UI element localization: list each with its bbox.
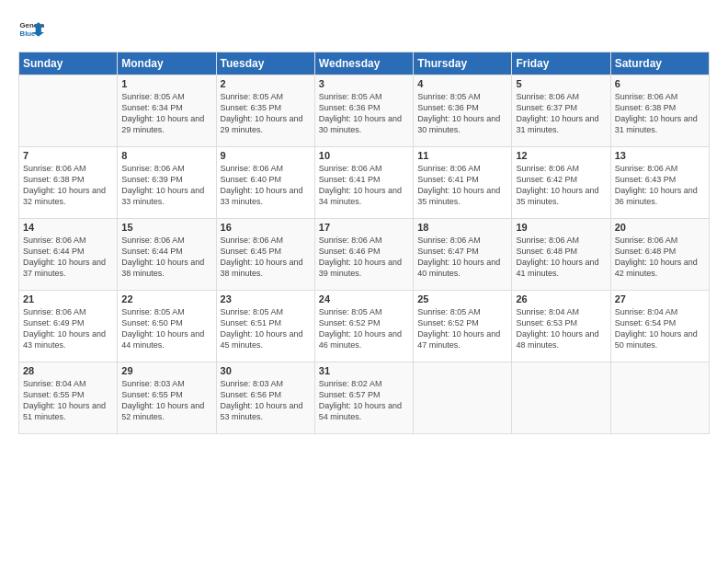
day-cell: 12Sunrise: 8:06 AMSunset: 6:42 PMDayligh… <box>512 147 610 219</box>
day-cell <box>610 362 709 434</box>
day-number: 15 <box>121 222 211 233</box>
day-cell: 15Sunrise: 8:06 AMSunset: 6:44 PMDayligh… <box>118 219 216 291</box>
header-row: SundayMondayTuesdayWednesdayThursdayFrid… <box>19 52 710 75</box>
day-detail: Sunrise: 8:06 AMSunset: 6:44 PMDaylight:… <box>23 236 106 278</box>
day-detail: Sunrise: 8:06 AMSunset: 6:41 PMDaylight:… <box>417 164 500 206</box>
day-detail: Sunrise: 8:05 AMSunset: 6:51 PMDaylight:… <box>221 307 303 350</box>
day-detail: Sunrise: 8:06 AMSunset: 6:48 PMDaylight:… <box>615 236 698 278</box>
week-row-5: 28Sunrise: 8:04 AMSunset: 6:55 PMDayligh… <box>19 362 710 434</box>
day-cell: 4Sunrise: 8:05 AMSunset: 6:36 PMDaylight… <box>414 75 512 147</box>
day-number: 17 <box>319 222 409 233</box>
day-number: 7 <box>23 150 113 161</box>
day-number: 16 <box>221 222 311 233</box>
day-detail: Sunrise: 8:05 AMSunset: 6:52 PMDaylight:… <box>417 307 500 350</box>
day-number: 23 <box>221 293 311 304</box>
day-detail: Sunrise: 8:06 AMSunset: 6:39 PMDaylight:… <box>121 164 204 206</box>
day-detail: Sunrise: 8:04 AMSunset: 6:55 PMDaylight:… <box>23 379 106 421</box>
day-cell: 22Sunrise: 8:05 AMSunset: 6:50 PMDayligh… <box>118 291 216 362</box>
day-cell: 30Sunrise: 8:03 AMSunset: 6:56 PMDayligh… <box>216 362 314 434</box>
day-number: 18 <box>417 222 507 233</box>
day-number: 30 <box>221 365 311 376</box>
day-cell: 11Sunrise: 8:06 AMSunset: 6:41 PMDayligh… <box>414 147 512 219</box>
day-cell: 13Sunrise: 8:06 AMSunset: 6:43 PMDayligh… <box>610 147 709 219</box>
day-number: 3 <box>319 78 409 89</box>
day-cell: 3Sunrise: 8:05 AMSunset: 6:36 PMDaylight… <box>314 75 413 147</box>
day-cell: 10Sunrise: 8:06 AMSunset: 6:41 PMDayligh… <box>314 147 413 219</box>
day-cell: 20Sunrise: 8:06 AMSunset: 6:48 PMDayligh… <box>610 219 709 291</box>
day-number: 4 <box>417 78 507 89</box>
day-detail: Sunrise: 8:06 AMSunset: 6:42 PMDaylight:… <box>516 164 598 206</box>
day-number: 9 <box>221 150 311 161</box>
day-cell: 17Sunrise: 8:06 AMSunset: 6:46 PMDayligh… <box>314 219 413 291</box>
day-number: 21 <box>23 293 113 304</box>
logo: General Blue <box>18 17 44 42</box>
day-detail: Sunrise: 8:06 AMSunset: 6:47 PMDaylight:… <box>417 236 500 278</box>
day-cell: 31Sunrise: 8:02 AMSunset: 6:57 PMDayligh… <box>314 362 413 434</box>
day-cell: 25Sunrise: 8:05 AMSunset: 6:52 PMDayligh… <box>414 291 512 362</box>
day-number: 26 <box>516 293 606 304</box>
col-header-monday: Monday <box>118 52 216 75</box>
day-detail: Sunrise: 8:06 AMSunset: 6:41 PMDaylight:… <box>319 164 402 206</box>
day-cell: 5Sunrise: 8:06 AMSunset: 6:37 PMDaylight… <box>512 75 610 147</box>
day-cell: 7Sunrise: 8:06 AMSunset: 6:38 PMDaylight… <box>19 147 118 219</box>
day-cell: 9Sunrise: 8:06 AMSunset: 6:40 PMDaylight… <box>216 147 314 219</box>
day-number: 1 <box>121 78 211 89</box>
day-detail: Sunrise: 8:06 AMSunset: 6:40 PMDaylight:… <box>221 164 303 206</box>
day-number: 25 <box>417 293 507 304</box>
day-number: 13 <box>615 150 705 161</box>
day-number: 28 <box>23 365 113 376</box>
day-cell: 8Sunrise: 8:06 AMSunset: 6:39 PMDaylight… <box>118 147 216 219</box>
day-number: 10 <box>319 150 409 161</box>
logo-icon: General Blue <box>18 17 44 42</box>
col-header-wednesday: Wednesday <box>314 52 413 75</box>
day-number: 29 <box>121 365 211 376</box>
day-detail: Sunrise: 8:06 AMSunset: 6:43 PMDaylight:… <box>615 164 698 206</box>
day-detail: Sunrise: 8:06 AMSunset: 6:45 PMDaylight:… <box>221 236 303 278</box>
svg-text:Blue: Blue <box>20 29 37 38</box>
day-cell: 23Sunrise: 8:05 AMSunset: 6:51 PMDayligh… <box>216 291 314 362</box>
day-cell: 19Sunrise: 8:06 AMSunset: 6:48 PMDayligh… <box>512 219 610 291</box>
day-cell: 27Sunrise: 8:04 AMSunset: 6:54 PMDayligh… <box>610 291 709 362</box>
day-number: 24 <box>319 293 409 304</box>
day-number: 31 <box>319 365 409 376</box>
day-cell: 28Sunrise: 8:04 AMSunset: 6:55 PMDayligh… <box>19 362 118 434</box>
day-detail: Sunrise: 8:06 AMSunset: 6:49 PMDaylight:… <box>23 307 106 350</box>
day-cell: 14Sunrise: 8:06 AMSunset: 6:44 PMDayligh… <box>19 219 118 291</box>
week-row-1: 1Sunrise: 8:05 AMSunset: 6:34 PMDaylight… <box>19 75 710 147</box>
day-detail: Sunrise: 8:06 AMSunset: 6:46 PMDaylight:… <box>319 236 402 278</box>
day-cell: 24Sunrise: 8:05 AMSunset: 6:52 PMDayligh… <box>314 291 413 362</box>
day-detail: Sunrise: 8:06 AMSunset: 6:38 PMDaylight:… <box>615 92 698 134</box>
col-header-tuesday: Tuesday <box>216 52 314 75</box>
day-number: 19 <box>516 222 606 233</box>
day-number: 6 <box>615 78 705 89</box>
day-cell: 26Sunrise: 8:04 AMSunset: 6:53 PMDayligh… <box>512 291 610 362</box>
day-cell: 6Sunrise: 8:06 AMSunset: 6:38 PMDaylight… <box>610 75 709 147</box>
day-number: 27 <box>615 293 705 304</box>
day-number: 12 <box>516 150 606 161</box>
week-row-3: 14Sunrise: 8:06 AMSunset: 6:44 PMDayligh… <box>19 219 710 291</box>
day-number: 11 <box>417 150 507 161</box>
day-cell: 16Sunrise: 8:06 AMSunset: 6:45 PMDayligh… <box>216 219 314 291</box>
day-detail: Sunrise: 8:04 AMSunset: 6:54 PMDaylight:… <box>615 307 698 350</box>
day-number: 14 <box>23 222 113 233</box>
day-cell <box>512 362 610 434</box>
day-detail: Sunrise: 8:04 AMSunset: 6:53 PMDaylight:… <box>516 307 598 350</box>
day-cell: 1Sunrise: 8:05 AMSunset: 6:34 PMDaylight… <box>118 75 216 147</box>
day-detail: Sunrise: 8:03 AMSunset: 6:56 PMDaylight:… <box>221 379 303 421</box>
page: General Blue SundayMondayTuesdayWednesda… <box>0 0 728 443</box>
day-number: 2 <box>221 78 311 89</box>
day-detail: Sunrise: 8:05 AMSunset: 6:36 PMDaylight:… <box>417 92 500 134</box>
col-header-thursday: Thursday <box>414 52 512 75</box>
calendar-table: SundayMondayTuesdayWednesdayThursdayFrid… <box>18 52 710 434</box>
week-row-4: 21Sunrise: 8:06 AMSunset: 6:49 PMDayligh… <box>19 291 710 362</box>
day-number: 22 <box>121 293 211 304</box>
day-cell <box>414 362 512 434</box>
day-number: 5 <box>516 78 606 89</box>
day-detail: Sunrise: 8:05 AMSunset: 6:36 PMDaylight:… <box>319 92 402 134</box>
day-number: 20 <box>615 222 705 233</box>
day-detail: Sunrise: 8:05 AMSunset: 6:35 PMDaylight:… <box>221 92 303 134</box>
col-header-saturday: Saturday <box>610 52 709 75</box>
day-detail: Sunrise: 8:03 AMSunset: 6:55 PMDaylight:… <box>121 379 204 421</box>
day-detail: Sunrise: 8:06 AMSunset: 6:38 PMDaylight:… <box>23 164 106 206</box>
day-detail: Sunrise: 8:06 AMSunset: 6:44 PMDaylight:… <box>121 236 204 278</box>
